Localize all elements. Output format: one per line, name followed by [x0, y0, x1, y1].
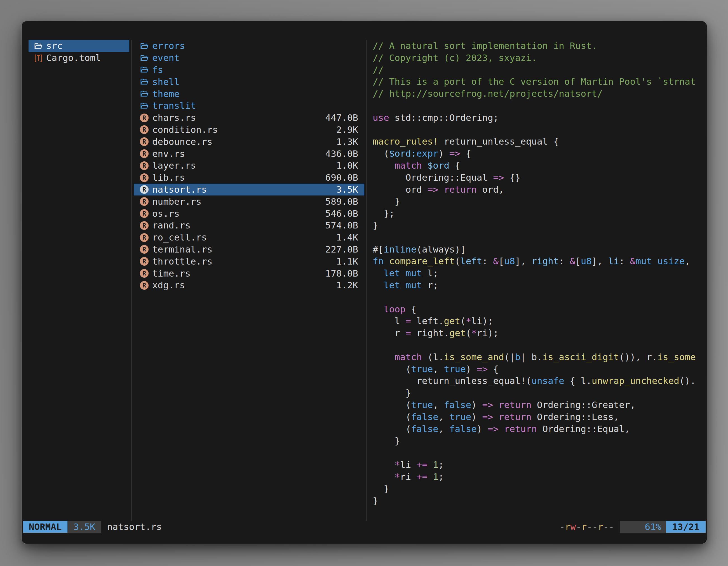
folder-open-icon [140, 78, 149, 86]
code-line [373, 447, 707, 459]
file-name: translit [152, 100, 196, 111]
current-pane: errorseventfsshellthemetranslitRchars.rs… [132, 40, 367, 521]
file-name: condition.rs [152, 125, 218, 135]
file-row-debounce.rs[interactable]: Rdebounce.rs1.3K [134, 136, 364, 148]
code-line: } [373, 495, 707, 507]
dir-row-theme[interactable]: theme [134, 88, 364, 100]
file-row-Cargo.toml[interactable]: [T]Cargo.toml [29, 52, 129, 64]
code-line: match $ord { [373, 160, 707, 172]
file-row-env.rs[interactable]: Renv.rs436.0B [134, 148, 364, 160]
code-line: let mut r; [373, 280, 707, 291]
code-line: (false, true) => return Ordering::Less, [373, 411, 707, 423]
code-line [373, 124, 707, 136]
rust-file-icon: R [140, 221, 149, 230]
file-name: lib.rs [152, 172, 185, 183]
dir-row-fs[interactable]: fs [134, 64, 364, 76]
code-line: use std::cmp::Ordering; [373, 112, 707, 124]
file-name: rand.rs [152, 220, 191, 231]
file-size: 178.0B [325, 268, 358, 279]
file-row-ro_cell.rs[interactable]: Rro_cell.rs1.4K [134, 232, 364, 244]
code-line: ord => return ord, [373, 184, 707, 196]
code-line [373, 232, 707, 244]
file-row-xdg.rs[interactable]: Rxdg.rs1.2K [134, 280, 364, 291]
rust-file-icon: R [140, 137, 149, 146]
file-name: time.rs [152, 268, 191, 279]
dir-row-errors[interactable]: errors [134, 40, 364, 52]
code-line: // A natural sort implementation in Rust… [373, 40, 707, 52]
yazi-window: src[T]Cargo.toml errorseventfsshelltheme… [22, 21, 707, 544]
code-line: Ordering::Equal => {} [373, 172, 707, 184]
code-line: } [373, 435, 707, 447]
rust-file-icon: R [140, 233, 149, 242]
code-line: l = left.get(*li); [373, 315, 707, 327]
folder-open-icon [140, 90, 149, 98]
code-line: macro_rules! return_unless_equal { [373, 136, 707, 148]
file-row-time.rs[interactable]: Rtime.rs178.0B [134, 267, 364, 280]
rust-file-icon: R [140, 269, 149, 278]
dir-row-event[interactable]: event [134, 52, 364, 64]
code-line: match (l.is_some_and(|b| b.is_ascii_digi… [373, 351, 707, 363]
file-name: natsort.rs [152, 184, 207, 195]
rust-file-icon: R [140, 114, 149, 122]
rust-file-icon: R [140, 281, 149, 290]
rust-file-icon: R [140, 161, 149, 170]
code-line: } [373, 220, 707, 232]
code-line: (true, false) => return Ordering::Greate… [373, 399, 707, 411]
code-line: // This is a port of the C version of Ma… [373, 76, 707, 88]
folder-open-icon [140, 65, 149, 74]
code-line [373, 339, 707, 351]
file-size: 1.1K [336, 256, 358, 267]
file-row-terminal.rs[interactable]: Rterminal.rs227.0B [134, 244, 364, 256]
code-line: let mut l; [373, 267, 707, 280]
code-line: r = right.get(*ri); [373, 327, 707, 339]
code-line [373, 100, 707, 112]
file-row-chars.rs[interactable]: Rchars.rs447.0B [134, 112, 364, 124]
dir-row-shell[interactable]: shell [134, 76, 364, 88]
file-size: 436.0B [325, 149, 358, 159]
rust-file-icon: R [140, 185, 149, 194]
file-name: fs [152, 65, 163, 75]
file-name: event [152, 53, 180, 63]
rust-file-icon: R [140, 257, 149, 266]
code-line: } [373, 196, 707, 208]
code-line: // [373, 64, 707, 76]
panes: src[T]Cargo.toml errorseventfsshelltheme… [22, 40, 707, 521]
file-row-number.rs[interactable]: Rnumber.rs589.0B [134, 196, 364, 208]
file-row-natsort.rs[interactable]: Rnatsort.rs3.5K [134, 184, 364, 196]
code-line: *ri += 1; [373, 471, 707, 483]
file-size: 2.9K [336, 125, 358, 135]
file-row-throttle.rs[interactable]: Rthrottle.rs1.1K [134, 255, 364, 267]
code-line: *li += 1; [373, 459, 707, 471]
file-row-rand.rs[interactable]: Rrand.rs574.0B [134, 220, 364, 232]
file-name: debounce.rs [152, 137, 212, 147]
file-name: errors [152, 41, 185, 51]
file-name: terminal.rs [152, 244, 212, 255]
file-name: layer.rs [152, 160, 196, 171]
code-line [373, 291, 707, 303]
folder-open-icon [140, 42, 149, 50]
file-size: 1.3K [336, 137, 358, 147]
file-name: number.rs [152, 196, 201, 207]
code-line: }; [373, 208, 707, 220]
code-line: #[inline(always)] [373, 244, 707, 256]
folder-open-icon [34, 42, 43, 50]
file-row-os.rs[interactable]: Ros.rs546.0B [134, 208, 364, 220]
file-row-layer.rs[interactable]: Rlayer.rs1.0K [134, 160, 364, 172]
cursor-position-badge: 13/21 [666, 521, 706, 533]
dir-row-translit[interactable]: translit [134, 100, 364, 112]
preview-pane: // A natural sort implementation in Rust… [367, 40, 707, 521]
file-row-condition.rs[interactable]: Rcondition.rs2.9K [134, 124, 364, 136]
rust-file-icon: R [140, 245, 149, 254]
rust-file-icon: R [140, 125, 149, 134]
file-name: xdg.rs [152, 280, 185, 290]
folder-open-icon [140, 54, 149, 62]
rust-file-icon: R [140, 149, 149, 158]
code-line: // Copyright (c) 2023, sxyazi. [373, 52, 707, 64]
code-line: ($ord:expr) => { [373, 148, 707, 160]
file-name: src [46, 41, 63, 51]
file-row-lib.rs[interactable]: Rlib.rs690.0B [134, 172, 364, 184]
dir-row-src[interactable]: src [29, 40, 129, 52]
file-name: env.rs [152, 149, 185, 159]
file-name: throttle.rs [152, 256, 212, 267]
permissions: -rw-r--r-- [559, 521, 614, 533]
